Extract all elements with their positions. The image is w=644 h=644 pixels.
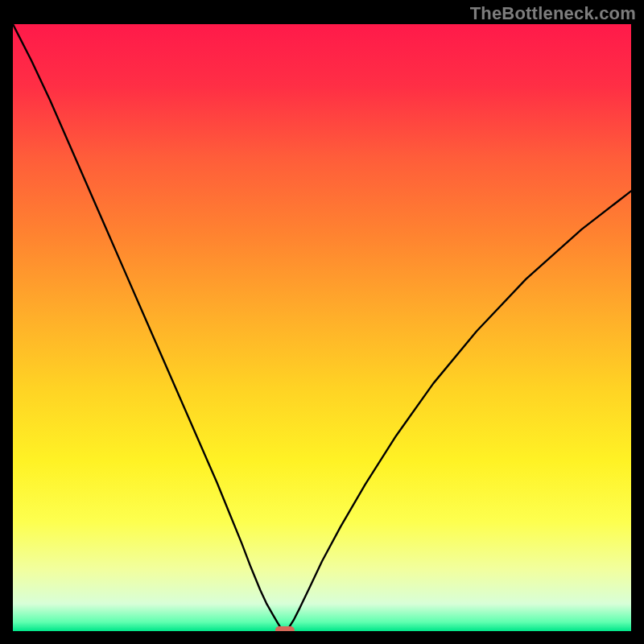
chart-frame: TheBottleneck.com xyxy=(0,0,644,644)
optimal-marker xyxy=(275,626,295,631)
watermark-text: TheBottleneck.com xyxy=(470,3,636,24)
gradient-background xyxy=(13,24,631,631)
plot-svg xyxy=(13,24,631,631)
plot-area xyxy=(13,24,631,631)
